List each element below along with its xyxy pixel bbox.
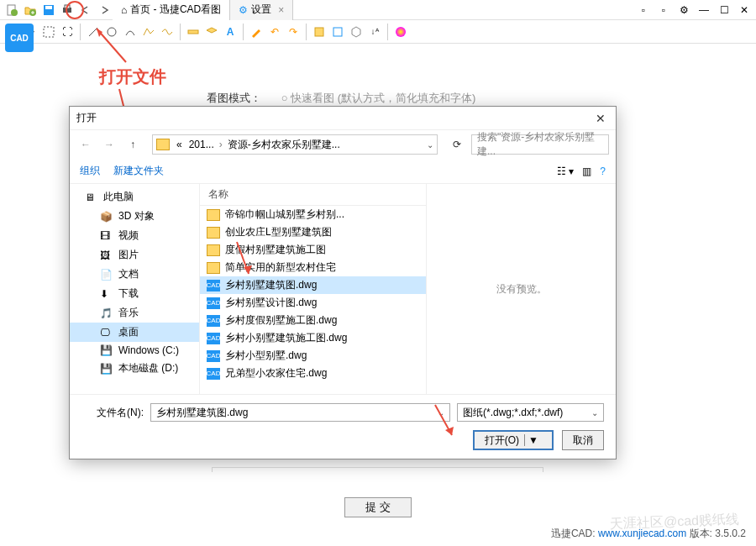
file-item[interactable]: CAD乡村别墅建筑图.dwg <box>200 276 426 294</box>
doc-icon: 📄 <box>100 269 113 281</box>
window-icon-2[interactable]: ▫ <box>655 2 672 18</box>
crumb-item[interactable]: 201... <box>186 139 218 150</box>
open-file-icon[interactable] <box>22 2 39 18</box>
tree-item[interactable]: 📄文档 <box>70 265 199 284</box>
column-header-name[interactable]: 名称 <box>200 184 426 206</box>
gear-icon: ⚙ <box>239 4 248 16</box>
redo-tool-icon[interactable]: ↷ <box>285 24 302 40</box>
block-icon[interactable] <box>311 24 328 40</box>
zoom-extents-icon[interactable] <box>40 24 57 40</box>
file-item[interactable]: CAD乡村别墅设计图.dwg <box>200 294 426 312</box>
maximize-icon[interactable]: ☐ <box>716 2 732 18</box>
measure-icon[interactable] <box>185 24 202 40</box>
footer-app: 迅捷CAD: <box>551 528 596 539</box>
cancel-button[interactable]: 取消 <box>562 430 604 450</box>
search-placeholder: 搜索"资源-乡村农家乐别墅建... <box>477 130 603 159</box>
file-item[interactable]: 简单实用的新型农村住宅 <box>200 259 426 276</box>
line-icon[interactable] <box>85 24 102 40</box>
folder-tree[interactable]: 🖥此电脑📦3D 对象🎞视频🖼图片📄文档⬇下载🎵音乐🖵桌面💾Windows (C:… <box>70 184 200 394</box>
chevron-down-icon[interactable]: ⌄ <box>427 140 433 150</box>
tree-item[interactable]: 🖼图片 <box>70 245 199 265</box>
new-file-icon[interactable] <box>3 2 20 18</box>
tree-item[interactable]: 🎵音乐 <box>70 303 199 323</box>
file-name: 乡村别墅建筑图.dwg <box>225 278 317 292</box>
layers-icon[interactable] <box>203 24 220 40</box>
tree-item[interactable]: 🖵桌面 <box>70 323 199 342</box>
dialog-titlebar: 打开 ✕ <box>70 107 616 130</box>
polyline-icon[interactable] <box>140 24 157 40</box>
organize-menu[interactable]: 组织 <box>80 164 100 178</box>
view-mode-label: 看图模式： <box>207 92 261 104</box>
sort-icon[interactable]: ↓ᴬ <box>366 24 383 40</box>
nav-up-icon[interactable]: ↑ <box>123 135 142 154</box>
color-wheel-icon[interactable] <box>392 24 409 40</box>
view-mode-option[interactable]: 快速看图 (默认方式，简化填充和字体) <box>291 92 475 104</box>
window-icon-1[interactable]: ▫ <box>635 2 652 18</box>
settings-icon[interactable]: ⚙ <box>675 2 692 18</box>
drive-icon: 💾 <box>100 344 113 356</box>
new-folder-button[interactable]: 新建文件夹 <box>113 164 164 178</box>
tree-item[interactable]: 💾Windows (C:) <box>70 342 199 359</box>
file-item[interactable]: CAD乡村小别墅建筑施工图.dwg <box>200 329 426 347</box>
save-icon[interactable] <box>40 2 57 18</box>
crumb-prefix[interactable]: « <box>173 139 186 150</box>
split-chevron-icon[interactable]: ▼ <box>524 434 542 446</box>
undo-icon[interactable] <box>77 2 94 18</box>
tree-item[interactable]: 💾本地磁盘 (D:) <box>70 359 199 378</box>
spline-icon[interactable] <box>159 24 176 40</box>
view-options-icon[interactable]: ☷ ▾ <box>557 165 574 177</box>
preview-pane-icon[interactable]: ▥ <box>582 165 591 177</box>
fullscreen-icon[interactable]: ⛶ <box>59 24 76 40</box>
breadcrumb-bar[interactable]: « 201... › 资源-乡村农家乐别墅建... ⌄ <box>152 134 438 155</box>
text-icon[interactable]: A <box>222 24 239 40</box>
search-input[interactable]: 搜索"资源-乡村农家乐别墅建... <box>471 134 609 155</box>
file-list[interactable]: 名称 帝锦巾帼山城别墅乡村别...创业农庄L型别墅建筑图度假村别墅建筑施工图简单… <box>200 184 427 394</box>
file-item[interactable]: CAD兄弟型小农家住宅.dwg <box>200 365 426 382</box>
filetype-select[interactable]: 图纸(*.dwg;*.dxf;*.dwf) ⌄ <box>457 403 604 422</box>
tab-home[interactable]: ⌂ 首页 - 迅捷CAD看图 <box>113 0 230 20</box>
tree-item-label: 音乐 <box>118 306 139 320</box>
highlight-icon[interactable] <box>248 24 265 40</box>
chevron-down-icon[interactable]: ⌄ <box>591 408 598 417</box>
tab-close-icon[interactable]: × <box>278 4 284 16</box>
annotation-text: 打开文件 <box>99 66 166 88</box>
submit-button[interactable]: 提 交 <box>344 497 412 517</box>
crumb-item[interactable]: 资源-乡村农家乐别墅建... <box>224 138 344 152</box>
filename-input[interactable]: 乡村别墅建筑图.dwg ⌄ <box>150 403 450 422</box>
tab-label: 首页 - 迅捷CAD看图 <box>130 3 221 17</box>
print-icon[interactable] <box>59 2 76 18</box>
file-item[interactable]: CAD乡村度假别墅施工图.dwg <box>200 312 426 329</box>
minimize-icon[interactable]: — <box>696 2 712 18</box>
arc-icon[interactable] <box>122 24 139 40</box>
open-button[interactable]: 打开(O) ▼ <box>473 430 554 450</box>
export-icon[interactable] <box>329 24 346 40</box>
preview-text: 没有预览。 <box>496 282 547 297</box>
tab-settings[interactable]: ⚙ 设置 × <box>230 0 293 20</box>
tree-item-label: 视频 <box>118 228 139 243</box>
circle-icon[interactable] <box>103 24 120 40</box>
chevron-down-icon[interactable]: ⌄ <box>438 408 444 417</box>
tree-item[interactable]: 🎞视频 <box>70 226 199 245</box>
radio-icon[interactable]: ○ <box>281 92 288 104</box>
cad-file-icon: CAD <box>207 280 220 291</box>
file-item[interactable]: 创业农庄L型别墅建筑图 <box>200 223 426 241</box>
tree-item[interactable]: 📦3D 对象 <box>70 207 199 226</box>
file-item[interactable]: 度假村别墅建筑施工图 <box>200 241 426 259</box>
tree-item[interactable]: ⬇下载 <box>70 284 199 303</box>
svg-rect-11 <box>315 28 323 36</box>
redo-icon[interactable] <box>96 2 113 18</box>
undo-tool-icon[interactable]: ↶ <box>266 24 283 40</box>
nav-back-icon[interactable]: ← <box>76 135 95 154</box>
tree-item-label: 图片 <box>118 248 139 262</box>
refresh-icon[interactable]: ⟳ <box>448 135 466 154</box>
cancel-button-label: 取消 <box>573 433 593 448</box>
file-item[interactable]: CAD乡村小型别墅.dwg <box>200 347 426 365</box>
3d-icon[interactable] <box>348 24 365 40</box>
file-name: 乡村度假别墅施工图.dwg <box>225 313 337 328</box>
tree-item[interactable]: 🖥此电脑 <box>70 187 199 207</box>
footer-link[interactable]: www.xunjiecad.com <box>598 528 686 539</box>
file-item[interactable]: 帝锦巾帼山城别墅乡村别... <box>200 206 426 223</box>
dialog-close-icon[interactable]: ✕ <box>592 112 609 125</box>
close-icon[interactable]: ✕ <box>736 2 753 18</box>
help-icon[interactable]: ? <box>600 165 606 177</box>
